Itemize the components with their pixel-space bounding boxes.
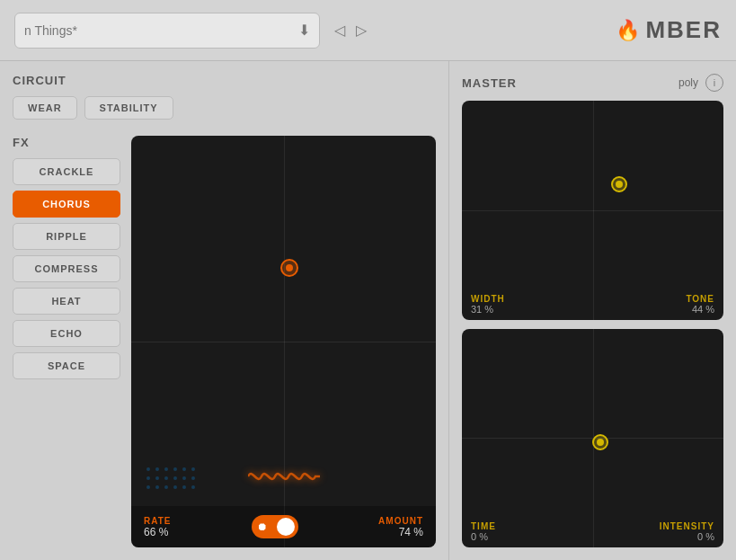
svg-point-0 (146, 467, 150, 471)
svg-point-1 (155, 467, 159, 471)
amount-label: AMOUNT (378, 516, 423, 526)
svg-point-14 (164, 485, 168, 489)
width-value: 31 % (471, 304, 505, 315)
master-labels-1: WIDTH 31 % TONE 44 % (462, 294, 723, 315)
top-bar: ⬇ ◁ ▷ 🔥 MBER (0, 0, 736, 61)
master-dot-2-inner (597, 439, 604, 446)
master-dot-1-inner (616, 181, 623, 188)
master-dot-1[interactable] (611, 176, 627, 192)
rate-param: RATE 66 % (144, 516, 171, 538)
rate-value: 66 % (144, 526, 171, 538)
fx-chorus-button[interactable]: CHORUS (13, 191, 120, 218)
svg-point-7 (155, 476, 159, 480)
stability-button[interactable]: STABILITY (84, 96, 173, 120)
right-panel: MASTER poly i WIDTH 31 % TONE 44 % (449, 61, 736, 560)
viz-controls: RATE 66 % ⏺ AMOUNT 74 % (131, 506, 436, 547)
toggle-switch[interactable]: ⏺ (252, 515, 298, 538)
svg-point-12 (146, 485, 150, 489)
intensity-label: INTENSITY (660, 521, 714, 531)
fx-ripple-button[interactable]: RIPPLE (13, 223, 120, 250)
tone-param: TONE 44 % (686, 294, 714, 315)
intensity-value: 0 % (660, 531, 714, 542)
master-pad-1[interactable]: WIDTH 31 % TONE 44 % (462, 101, 723, 320)
rate-label: RATE (144, 516, 171, 526)
svg-point-4 (182, 467, 186, 471)
toggle-icon: ⏺ (257, 520, 268, 533)
master-labels-2: TIME 0 % INTENSITY 0 % (462, 521, 723, 542)
nav-back-icon[interactable]: ◁ (334, 22, 345, 39)
nav-arrows: ◁ ▷ (334, 22, 367, 39)
master-header: MASTER poly i (462, 74, 723, 92)
amount-param: AMOUNT 74 % (378, 516, 423, 538)
amount-value: 74 % (378, 526, 423, 538)
width-label: WIDTH (471, 294, 505, 304)
svg-point-8 (164, 476, 168, 480)
info-icon[interactable]: i (705, 74, 723, 92)
svg-point-5 (191, 467, 195, 471)
time-param: TIME 0 % (471, 521, 496, 542)
nav-forward-icon[interactable]: ▷ (356, 22, 367, 39)
width-param: WIDTH 31 % (471, 294, 505, 315)
logo-area: 🔥 MBER (616, 16, 722, 44)
circuit-label: CIRCUIT (13, 74, 436, 87)
fx-space-button[interactable]: SPACE (13, 352, 120, 379)
time-label: TIME (471, 521, 496, 531)
svg-point-9 (173, 476, 177, 480)
poly-badge: poly (678, 76, 698, 89)
svg-point-10 (182, 476, 186, 480)
intensity-param: INTENSITY 0 % (660, 521, 714, 542)
svg-point-15 (173, 485, 177, 489)
tone-label: TONE (686, 294, 714, 304)
fx-compress-button[interactable]: COMPRESS (13, 255, 120, 282)
fx-label: FX (13, 136, 120, 149)
dots-decoration (144, 465, 198, 495)
master-title: MASTER (462, 76, 517, 90)
svg-point-11 (191, 476, 195, 480)
time-value: 0 % (471, 531, 496, 542)
svg-point-17 (191, 485, 195, 489)
fx-echo-button[interactable]: ECHO (13, 320, 120, 347)
fx-buttons: CRACKLE CHORUS RIPPLE COMPRESS HEAT ECHO… (13, 158, 120, 379)
fx-heat-button[interactable]: HEAT (13, 288, 120, 315)
search-input[interactable] (24, 23, 291, 38)
svg-point-2 (164, 467, 168, 471)
circuit-buttons: WEAR STABILITY (13, 96, 436, 120)
master-pad-2[interactable]: TIME 0 % INTENSITY 0 % (462, 329, 723, 548)
search-wrap[interactable]: ⬇ (14, 13, 320, 49)
viz-dot[interactable] (280, 259, 298, 277)
content-row: FX CRACKLE CHORUS RIPPLE COMPRESS HEAT E… (13, 136, 436, 547)
download-icon[interactable]: ⬇ (298, 22, 310, 39)
main-layout: CIRCUIT WEAR STABILITY FX CRACKLE CHORUS… (0, 61, 736, 560)
master-dot-2[interactable] (592, 434, 608, 450)
svg-point-13 (155, 485, 159, 489)
left-panel: CIRCUIT WEAR STABILITY FX CRACKLE CHORUS… (0, 61, 449, 560)
viz-waveform (248, 463, 320, 493)
logo-text: MBER (645, 16, 722, 44)
logo-flame-icon: 🔥 (616, 19, 640, 42)
svg-point-16 (182, 485, 186, 489)
fx-crackle-button[interactable]: CRACKLE (13, 158, 120, 185)
visualizer[interactable]: RATE 66 % ⏺ AMOUNT 74 % (131, 136, 436, 547)
svg-point-6 (146, 476, 150, 480)
tone-value: 44 % (686, 304, 714, 315)
viz-dot-inner (286, 264, 293, 271)
wear-button[interactable]: WEAR (13, 96, 77, 120)
svg-point-3 (173, 467, 177, 471)
fx-column: FX CRACKLE CHORUS RIPPLE COMPRESS HEAT E… (13, 136, 120, 547)
